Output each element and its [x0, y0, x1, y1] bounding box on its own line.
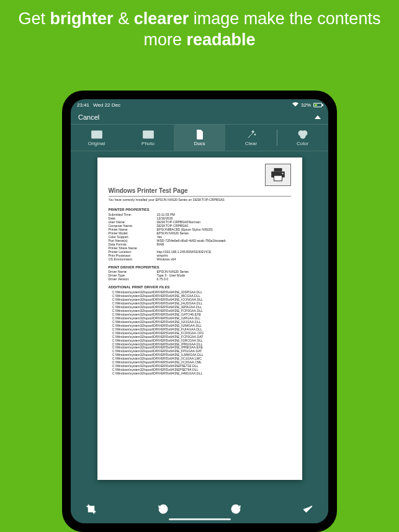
crop-button[interactable]	[81, 500, 102, 521]
svg-point-1	[93, 132, 95, 134]
confirm-button[interactable]	[297, 500, 318, 521]
document-icon	[195, 130, 204, 140]
rotate-left-icon	[158, 503, 169, 517]
screen: 23:41 Wed 22 Dec 32% Cancel OriginalPhot…	[71, 99, 328, 523]
top-nav: Cancel	[71, 110, 328, 124]
page-intro: You have correctly installed your EPSON …	[109, 198, 291, 202]
battery-pct: 32%	[301, 102, 311, 108]
page-title: Windows Printer Test Page	[109, 187, 291, 197]
wifi-icon	[292, 102, 298, 108]
battery-icon	[313, 103, 322, 107]
magic-wand-icon	[246, 130, 256, 140]
tablet-frame: 23:41 Wed 22 Dec 32% Cancel OriginalPhot…	[62, 91, 337, 532]
svg-rect-9	[274, 175, 282, 181]
svg-point-6	[300, 133, 305, 138]
tab-label: Docs	[194, 141, 205, 146]
crop-icon	[86, 503, 97, 517]
property-value: Windows x64	[157, 258, 291, 262]
tab-label: Photo	[141, 141, 155, 146]
scanned-page: Windows Printer Test Page You have corre…	[97, 157, 302, 480]
property-key: Driver Version:	[109, 278, 157, 282]
property-row: Driver Version:6.75.0.0	[109, 278, 291, 282]
status-time: 23:41	[77, 102, 89, 108]
svg-rect-7	[274, 168, 282, 171]
filter-tabs: OriginalPhotoDocsClearColor	[71, 124, 328, 151]
image-icon	[91, 130, 102, 140]
tab-original[interactable]: Original	[71, 125, 122, 151]
svg-point-3	[145, 132, 146, 134]
rotate-left-button[interactable]	[153, 500, 174, 521]
svg-point-10	[282, 173, 283, 174]
driver-file-line: C:\Windows\system32\spool\DRIVERS\x64\3\…	[109, 372, 291, 376]
printer-icon	[265, 164, 291, 186]
rotate-right-icon	[230, 503, 241, 517]
section-driver-properties: PRINT DRIVER PROPERTIES	[109, 265, 291, 270]
check-icon	[302, 503, 314, 518]
tab-color[interactable]: Color	[277, 125, 328, 151]
tab-label: Color	[297, 141, 308, 146]
tab-label: Clear	[245, 141, 257, 146]
tab-docs[interactable]: Docs	[174, 125, 225, 151]
status-date: Wed 22 Dec	[93, 102, 120, 108]
cancel-button[interactable]: Cancel	[78, 113, 99, 121]
rotate-right-button[interactable]	[225, 500, 246, 521]
property-key: OS Environment:	[109, 258, 157, 262]
chevron-up-icon[interactable]	[315, 115, 321, 119]
tab-photo[interactable]: Photo	[122, 125, 174, 151]
property-row: OS Environment:Windows x64	[109, 258, 291, 262]
status-bar: 23:41 Wed 22 Dec 32%	[71, 99, 328, 110]
image-icon	[143, 130, 154, 140]
section-driver-files: ADDITIONAL PRINT DRIVER FILES	[109, 285, 291, 290]
tab-label: Original	[88, 141, 105, 146]
promo-headline: Get brighter & clearer image make the co…	[0, 0, 399, 51]
tab-clear[interactable]: Clear	[225, 125, 277, 151]
property-value: 6.75.0.0	[157, 278, 291, 282]
home-indicator	[169, 518, 231, 520]
document-canvas[interactable]: Windows Printer Test Page You have corre…	[71, 151, 328, 497]
section-printer-properties: PRINTER PROPERTIES	[109, 208, 291, 212]
venn-icon	[297, 130, 308, 140]
